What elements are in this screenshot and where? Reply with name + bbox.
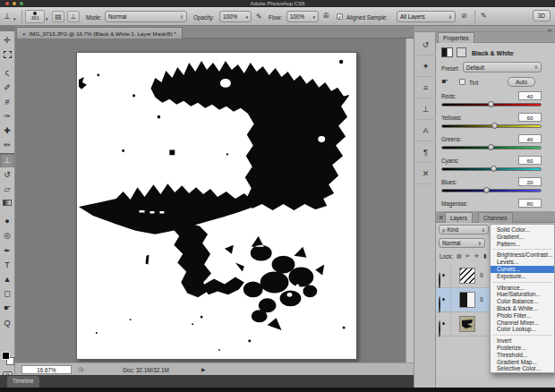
tool-pen[interactable]: ✒	[0, 243, 14, 258]
layer-visibility-eye-icon[interactable]	[439, 272, 440, 289]
lock-pixels-icon[interactable]: ✏	[465, 252, 470, 259]
ignore-adjustment-layers-icon[interactable]: ⊘	[461, 12, 467, 20]
adjustment-layer-thumbnail[interactable]	[459, 268, 475, 284]
close-tab-icon[interactable]: ×	[22, 30, 26, 37]
clone-source-panel-icon[interactable]: ⊥	[67, 11, 80, 22]
tint-checkbox[interactable]	[459, 79, 465, 85]
toggle-brush-panel-icon[interactable]: ▤	[52, 11, 64, 22]
slider-value[interactable]: 40	[518, 134, 542, 143]
menu-item-exposure[interactable]: Exposure...	[491, 273, 554, 280]
workspace-3d-button[interactable]: 3D	[533, 10, 551, 21]
filter-kind-dropdown[interactable]: ρ Kind ⇕	[439, 225, 489, 234]
slider-value[interactable]: 20	[518, 177, 542, 186]
slider-thumb[interactable]	[491, 123, 498, 129]
layer-visibility-eye-icon[interactable]	[439, 320, 440, 337]
tab-properties[interactable]: Properties	[438, 32, 474, 43]
slider-value[interactable]: 80	[518, 199, 542, 208]
zoom-level-field[interactable]: 16.67%	[21, 365, 72, 374]
menu-item-hue-saturation[interactable]: Hue/Saturation...	[491, 291, 554, 298]
image-canvas[interactable]	[76, 52, 357, 360]
lock-transparency-icon[interactable]: ▨	[457, 252, 462, 259]
blues-slider[interactable]	[441, 189, 542, 192]
character-panel-icon[interactable]: A	[415, 121, 436, 141]
tool-lasso[interactable]: ς	[0, 65, 14, 80]
menu-item-black-white[interactable]: Black & White...	[491, 305, 554, 312]
timeline-tab[interactable]: Timeline	[7, 376, 39, 388]
tool-eraser[interactable]: ▱	[0, 182, 14, 196]
styles-panel-icon[interactable]: ✦	[415, 56, 436, 77]
tool-spot-healing-brush[interactable]: ✚	[0, 124, 14, 138]
menu-item-posterize[interactable]: Posterize...	[491, 345, 554, 352]
tool-brush[interactable]: ✏	[0, 138, 14, 152]
flow-dropdown[interactable]: 100% ▾	[286, 11, 319, 22]
targeted-adjustment-icon[interactable]: ☛	[441, 77, 448, 86]
opacity-dropdown[interactable]: 100% ▾	[219, 11, 252, 22]
menu-item-brightness-contrast[interactable]: Brightness/Contrast...	[491, 251, 554, 259]
clone-stamp-tool-icon[interactable]: ⊥	[4, 12, 11, 21]
panel-dock-header[interactable]: ◂◂	[436, 26, 555, 32]
slider-thumb[interactable]	[488, 144, 494, 150]
tool-eyedropper[interactable]: ✑	[0, 109, 14, 124]
tool-path-selection[interactable]: ▲	[0, 272, 14, 286]
brush-picker-arrow-icon[interactable]: ▾	[46, 16, 48, 21]
tool-quick-selection[interactable]: ✐	[0, 81, 14, 95]
black-white-layer-thumbnail[interactable]	[459, 292, 475, 308]
tool-move[interactable]: ✛	[0, 33, 14, 47]
canvas-area[interactable]	[15, 38, 414, 362]
auto-button[interactable]: Auto	[508, 77, 535, 87]
foreground-color-swatch[interactable]	[2, 352, 10, 360]
tool-zoom[interactable]: Q	[0, 316, 14, 330]
status-options-arrow-icon[interactable]: ▶	[201, 366, 206, 372]
brush-preset-picker[interactable]: 363	[25, 10, 45, 23]
menu-item-photo-filter[interactable]: Photo Filter...	[491, 312, 554, 320]
menu-item-curves-highlighted[interactable]: Curves...	[491, 266, 554, 273]
yellows-slider[interactable]	[441, 124, 542, 128]
tablet-size-icon[interactable]: ✎	[481, 12, 487, 20]
cyans-slider[interactable]	[441, 167, 542, 171]
tab-layers[interactable]: Layers	[445, 212, 473, 223]
menu-item-levels[interactable]: Levels...	[491, 259, 554, 266]
reds-slider[interactable]	[441, 103, 542, 107]
slider-thumb[interactable]	[491, 166, 497, 172]
tool-gradient[interactable]	[0, 200, 14, 214]
greens-slider[interactable]	[441, 146, 542, 149]
tool-blur[interactable]: ●	[0, 214, 14, 228]
history-panel-icon[interactable]: ↺	[415, 35, 436, 55]
tool-hand[interactable]: ☛	[0, 301, 14, 315]
menu-item-solid-color[interactable]: Solid Color...	[491, 226, 554, 234]
menu-item-color-lookup[interactable]: Color Lookup...	[491, 326, 554, 333]
slider-value[interactable]: 40	[518, 91, 542, 100]
eye-cell[interactable]	[436, 312, 451, 337]
menu-item-color-balance[interactable]: Color Balance...	[491, 298, 554, 305]
paragraph-panel-icon[interactable]: ¶	[415, 142, 436, 163]
tool-preset-arrow-icon[interactable]: ▾	[13, 16, 16, 21]
menu-item-threshold[interactable]: Threshold...	[491, 352, 554, 359]
sample-dropdown[interactable]: All Layers ⇕	[397, 11, 456, 22]
document-tab[interactable]: × IMG_9713.JPG @ 16.7% (Black & White 1,…	[16, 27, 183, 38]
background-layer-thumbnail[interactable]	[459, 316, 475, 332]
slider-value[interactable]: 60	[518, 156, 542, 165]
tool-crop[interactable]: #	[0, 95, 14, 109]
notes-panel-icon[interactable]: ✕	[415, 164, 436, 184]
lock-position-icon[interactable]: ✛	[474, 252, 479, 259]
vertical-scrollbar[interactable]	[406, 38, 414, 362]
tool-clone-stamp[interactable]: ⊥	[0, 153, 14, 167]
slider-thumb[interactable]	[483, 187, 490, 193]
slider-thumb[interactable]	[488, 101, 494, 107]
mode-dropdown[interactable]: Normal ⇕	[105, 11, 187, 22]
preset-dropdown[interactable]: Default ⇕	[463, 62, 542, 72]
menu-item-gradient-map[interactable]: Gradient Map...	[491, 359, 554, 366]
eye-cell[interactable]	[436, 288, 451, 312]
menu-item-selective-color[interactable]: Selective Color...	[491, 365, 554, 372]
airbrush-icon[interactable]: ✇	[323, 12, 329, 20]
adjustments-panel-icon[interactable]: ≡	[415, 78, 436, 98]
tool-dodge[interactable]: ◎	[0, 228, 14, 243]
blend-mode-dropdown[interactable]: Normal ⇕	[439, 238, 485, 248]
dock-header[interactable]	[414, 26, 437, 32]
menu-item-pattern[interactable]: Pattern...	[491, 241, 554, 248]
menu-item-gradient[interactable]: Gradient...	[491, 234, 554, 241]
tool-type[interactable]: T	[0, 258, 14, 272]
aligned-checkbox[interactable]: ✓	[337, 13, 343, 20]
tools-panel-grip[interactable]	[0, 26, 15, 31]
menu-item-channel-mixer[interactable]: Channel Mixer...	[491, 320, 554, 327]
